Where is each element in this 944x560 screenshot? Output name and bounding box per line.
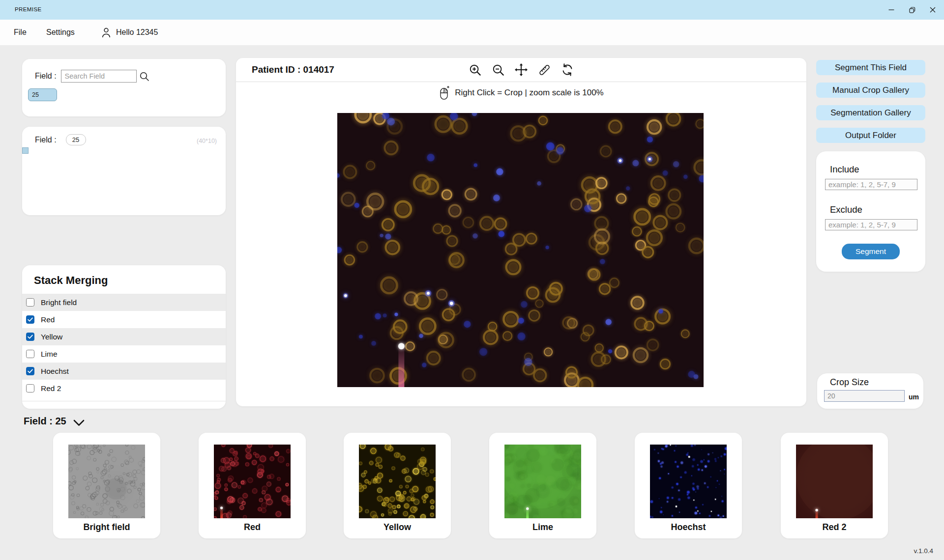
channel-thumbnail-image[interactable] bbox=[214, 445, 291, 518]
thumbnail-card-red-2[interactable]: Red 2 bbox=[781, 433, 888, 538]
refresh-icon[interactable] bbox=[560, 62, 575, 77]
channel-thumbnail-image[interactable] bbox=[68, 445, 145, 518]
restore-icon[interactable] bbox=[909, 6, 915, 13]
thumbnail-label: Hoechst bbox=[635, 522, 742, 532]
crop-hint: Right Click = Crop | zoom scale is 100% bbox=[236, 85, 806, 100]
field-result-chip[interactable]: 25 bbox=[28, 88, 57, 101]
crop-hint-text: Right Click = Crop | zoom scale is 100% bbox=[455, 88, 604, 98]
channel-checkbox[interactable] bbox=[26, 315, 34, 324]
minimize-icon[interactable] bbox=[888, 6, 895, 13]
field-value-box[interactable]: 25 bbox=[66, 134, 86, 145]
channel-row-lime[interactable]: Lime bbox=[22, 345, 226, 363]
footer-field-label: Field : 25 bbox=[24, 416, 66, 427]
thumbnail-label: Red 2 bbox=[781, 522, 888, 532]
user-greeting: Hello 12345 bbox=[116, 28, 158, 37]
channel-thumbnail-image[interactable] bbox=[504, 445, 581, 518]
zoom-in-icon[interactable] bbox=[468, 62, 482, 77]
channel-thumbnail-image[interactable] bbox=[650, 445, 727, 518]
channel-label: Lime bbox=[41, 350, 58, 359]
thumbnail-card-yellow[interactable]: Yellow bbox=[344, 433, 451, 538]
exclude-label: Exclude bbox=[830, 204, 862, 215]
mouse-right-click-icon bbox=[439, 85, 450, 100]
thumbnail-label: Red bbox=[199, 522, 306, 532]
thumbnail-label: Bright field bbox=[53, 522, 160, 532]
thumbnail-card-lime[interactable]: Lime bbox=[489, 433, 596, 538]
menu-file[interactable]: File bbox=[14, 20, 27, 45]
divider bbox=[22, 401, 226, 401]
channel-thumbnail-image[interactable] bbox=[359, 445, 436, 518]
channel-row-red[interactable]: Red bbox=[22, 311, 226, 328]
channel-checkbox[interactable] bbox=[26, 350, 34, 358]
output-folder-button[interactable]: Output Folder bbox=[816, 128, 925, 143]
viewer-toolbar bbox=[236, 62, 806, 77]
thumbnail-label: Yellow bbox=[344, 522, 451, 532]
titlebar: PREMISE bbox=[0, 0, 944, 20]
field-list-panel: Field : 25 (40*10) bbox=[22, 127, 226, 215]
thumbnail-label: Lime bbox=[489, 522, 596, 532]
include-label: Include bbox=[830, 164, 859, 175]
include-input[interactable] bbox=[825, 179, 917, 190]
channel-label: Bright field bbox=[41, 298, 77, 307]
field-label: Field : bbox=[35, 72, 57, 81]
menu-settings[interactable]: Settings bbox=[46, 20, 75, 45]
zoom-out-icon[interactable] bbox=[491, 62, 505, 77]
field-label: Field : bbox=[35, 136, 57, 144]
channel-checkbox[interactable] bbox=[26, 367, 34, 375]
app-title: PREMISE bbox=[15, 6, 42, 12]
field-list-marker[interactable] bbox=[22, 147, 29, 154]
manual-crop-gallery-button[interactable]: Manual Crop Gallery bbox=[816, 83, 925, 98]
channel-label: Hoechst bbox=[41, 367, 69, 376]
menu-bar: File Settings Hello 12345 bbox=[0, 20, 944, 45]
crop-size-input[interactable] bbox=[824, 390, 905, 402]
viewer-panel: Patient ID : 014017 bbox=[236, 58, 806, 406]
channel-thumbnail-image[interactable] bbox=[796, 445, 873, 518]
field-image-canvas[interactable] bbox=[337, 113, 704, 387]
stack-merging-title: Stack Merging bbox=[34, 274, 108, 287]
segment-button[interactable]: Segment bbox=[842, 244, 900, 259]
channel-checkbox[interactable] bbox=[26, 384, 34, 392]
search-input[interactable] bbox=[61, 70, 137, 83]
crop-size-unit: um bbox=[909, 393, 919, 401]
channel-row-red-2[interactable]: Red 2 bbox=[22, 380, 226, 397]
channel-row-bright-field[interactable]: Bright field bbox=[22, 294, 226, 311]
channel-label: Yellow bbox=[41, 333, 62, 341]
chevron-down-icon[interactable] bbox=[73, 420, 85, 426]
crop-size-panel: Crop Size um bbox=[817, 373, 923, 409]
user-menu[interactable]: Hello 12345 bbox=[101, 20, 158, 45]
thumbnail-card-red[interactable]: Red bbox=[199, 433, 306, 538]
channel-checkbox[interactable] bbox=[26, 333, 34, 341]
channel-row-hoechst[interactable]: Hoechst bbox=[22, 363, 226, 380]
field-search-panel: Field : 25 bbox=[22, 59, 226, 116]
channel-label: Red 2 bbox=[41, 384, 61, 393]
pan-icon[interactable] bbox=[514, 62, 529, 77]
field-dimension-hint: (40*10) bbox=[197, 138, 217, 144]
search-icon[interactable] bbox=[139, 71, 149, 82]
app-version: v.1.0.4 bbox=[914, 547, 933, 555]
segment-this-field-button[interactable]: Segment This Field bbox=[816, 60, 925, 75]
divider bbox=[236, 82, 806, 82]
app-window: PREMISE File Settings Hello 12345 bbox=[0, 0, 944, 560]
window-controls bbox=[888, 0, 936, 20]
stack-merging-panel: Stack Merging Bright field Red Yellow Li… bbox=[22, 265, 226, 409]
thumbnail-card-bright-field[interactable]: Bright field bbox=[53, 433, 160, 538]
channel-row-yellow[interactable]: Yellow bbox=[22, 328, 226, 345]
crop-size-label: Crop Size bbox=[830, 377, 869, 388]
ruler-icon[interactable] bbox=[537, 62, 552, 77]
thumbnail-card-hoechst[interactable]: Hoechst bbox=[635, 433, 742, 538]
user-icon bbox=[101, 27, 112, 38]
exclude-input[interactable] bbox=[825, 219, 917, 230]
channel-list: Bright field Red Yellow Lime Hoechst Red… bbox=[22, 294, 226, 397]
close-icon[interactable] bbox=[929, 6, 936, 13]
channel-label: Red bbox=[41, 315, 55, 324]
channel-checkbox[interactable] bbox=[26, 298, 34, 307]
segmentation-gallery-button[interactable]: Segmentation Gallery bbox=[816, 105, 925, 120]
segment-settings-panel: Include Exclude Segment bbox=[816, 151, 925, 272]
